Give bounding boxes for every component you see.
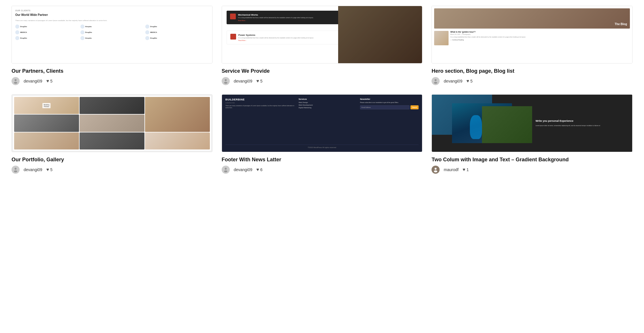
- footer-logo: BUILDERBINE: [225, 98, 296, 101]
- service-1-title: Mechanical Works: [238, 14, 314, 16]
- gallery-item-5: [80, 115, 144, 132]
- footer-services-col: Services Web Design Web Development Digi…: [299, 98, 357, 109]
- blog-article-content: What is the 'golden hour'? March 29, 202…: [450, 31, 526, 45]
- svg-point-8: [225, 168, 227, 170]
- card-service: Mechanical Works It is a long establishe…: [222, 6, 423, 85]
- footer-top-section: BUILDERBINE CONSTRUCTION There are many …: [225, 98, 419, 109]
- blog-article-cat: Photography: [462, 33, 470, 35]
- card-service-title: Service We Provide: [222, 68, 423, 74]
- likes-twocol: ♥ 1: [463, 167, 469, 172]
- thumbnail-portfolio[interactable]: [12, 94, 212, 152]
- heart-icon-twocol: ♥: [463, 167, 466, 172]
- svg-point-4: [435, 79, 437, 81]
- card-partners-title: Our Partners, Clients: [12, 68, 212, 74]
- footer-input-row: Email Address Search: [360, 105, 419, 109]
- author-hero-blog: devangi09: [444, 79, 462, 83]
- card-portfolio: Our Portfolio, Gallery devangi09 ♥ 5: [12, 94, 212, 174]
- avatar-partners: [12, 77, 20, 85]
- avatar-hero-blog: [432, 77, 440, 85]
- svg-point-7: [14, 171, 17, 173]
- partners-desc: There are many variations of passages of…: [15, 19, 209, 22]
- blog-hero-image: [434, 8, 630, 29]
- partner-9: DrugSto: [145, 36, 209, 40]
- avatar-footer: [222, 166, 230, 174]
- author-portfolio: devangi09: [24, 167, 42, 172]
- card-footer-title: Footer With News Latter: [222, 157, 423, 163]
- footer-link-digital: Digital Marketing: [299, 107, 357, 108]
- footer-brand-desc: There are many variations of passages of…: [225, 105, 296, 109]
- partner-1: DrugSto: [15, 25, 79, 29]
- gallery-item-1: [14, 97, 79, 114]
- likes-hero-blog: ♥ 5: [466, 78, 472, 84]
- likes-footer: ♥ 6: [256, 167, 262, 172]
- cards-grid: OUR CLIENTS Our World Wide Partner There…: [12, 6, 632, 174]
- svg-point-0: [15, 79, 17, 81]
- footer-newsletter-title: Newsletter: [360, 98, 419, 100]
- footer-preview: BUILDERBINE CONSTRUCTION There are many …: [222, 95, 422, 152]
- avatar-portfolio: [12, 166, 20, 174]
- card-footer: BUILDERBINE CONSTRUCTION There are many …: [222, 94, 423, 174]
- thumbnail-twocol[interactable]: Write you personal Experience Lorem ipsu…: [432, 94, 632, 152]
- card-hero-blog-meta: devangi09 ♥ 5: [432, 77, 632, 85]
- twocol-preview: Write you personal Experience Lorem ipsu…: [432, 95, 632, 152]
- service-2-readmore: Read More ›: [238, 40, 314, 41]
- card-hero-blog: What is the 'golden hour'? March 29, 202…: [432, 6, 632, 85]
- partners-section-title: Our World Wide Partner: [15, 13, 209, 16]
- footer-newsletter-col: Newsletter Please subscribe to our newsl…: [360, 98, 419, 109]
- thumbnail-footer[interactable]: BUILDERBINE CONSTRUCTION There are many …: [222, 94, 423, 152]
- footer-search-button: Search: [410, 105, 419, 109]
- gallery-item-6: [14, 132, 79, 149]
- footer-link-webdev: Web Development: [299, 104, 357, 106]
- footer-link-webdesign: Web Design: [299, 102, 357, 103]
- thumbnail-partners[interactable]: OUR CLIENTS Our World Wide Partner There…: [12, 6, 212, 63]
- service-1-desc: It is a long established fact that a rea…: [238, 17, 314, 19]
- card-partners: OUR CLIENTS Our World Wide Partner There…: [12, 6, 212, 85]
- partner-5: DrugSto: [80, 30, 144, 34]
- twocol-image-3: [482, 106, 532, 143]
- blog-article: What is the 'golden hour'? March 29, 202…: [434, 31, 630, 45]
- partners-logo-grid: DrugSto Hospita DrugSto MEDICA DrugSto M…: [15, 25, 209, 40]
- service-bg-image: [338, 6, 422, 63]
- card-portfolio-title: Our Portfolio, Gallery: [12, 157, 212, 163]
- heart-icon-service: ♥: [256, 78, 259, 84]
- blog-article-image: [434, 31, 449, 45]
- author-twocol: maurodf: [444, 167, 458, 172]
- partners-section-label: OUR CLIENTS: [15, 10, 209, 12]
- svg-point-3: [224, 82, 227, 84]
- svg-point-10: [435, 168, 437, 170]
- svg-point-6: [15, 168, 17, 170]
- gallery-grid: [13, 96, 211, 151]
- partner-4: MEDICA: [15, 30, 79, 34]
- gallery-item-8: [145, 132, 210, 149]
- card-hero-blog-title: Hero section, Blog page, Blog list: [432, 68, 632, 74]
- footer-logo-sub: CONSTRUCTION: [225, 102, 296, 104]
- partner-3: DrugSto: [145, 25, 209, 29]
- service-2-desc: It is a long established fact that a rea…: [238, 37, 314, 39]
- card-service-meta: devangi09 ♥ 5: [222, 77, 423, 85]
- partner-2: Hospita: [80, 25, 144, 29]
- like-count-footer: 6: [260, 167, 263, 172]
- twocol-heading: Write you personal Experience: [536, 119, 629, 123]
- svg-point-11: [434, 171, 437, 173]
- svg-point-2: [225, 79, 227, 81]
- heart-icon-hero-blog: ♥: [466, 78, 469, 84]
- likes-portfolio: ♥ 5: [46, 167, 52, 172]
- like-count-service: 5: [260, 79, 263, 83]
- heart-icon-footer: ♥: [256, 167, 259, 172]
- like-count-hero-blog: 5: [470, 79, 472, 83]
- gallery-item-4: [14, 115, 79, 132]
- card-twocol-title: Two Colum with Image and Text – Gradient…: [432, 157, 632, 163]
- blog-article-title: What is the 'golden hour'?: [450, 31, 526, 33]
- thumbnail-hero-blog[interactable]: What is the 'golden hour'? March 29, 202…: [432, 6, 632, 63]
- author-partners: devangi09: [24, 79, 42, 83]
- footer-newsletter-desc: Please subscribe to our newsletter to ge…: [360, 102, 419, 104]
- twocol-description: Lorem ipsum dolor sit amet, consectetur …: [536, 125, 629, 127]
- partner-6: MEDICA: [145, 30, 209, 34]
- like-count-partners: 5: [50, 79, 52, 83]
- author-service: devangi09: [234, 79, 253, 83]
- like-count-portfolio: 5: [50, 167, 52, 172]
- likes-service: ♥ 5: [256, 78, 262, 84]
- twocol-text: Write you personal Experience Lorem ipsu…: [532, 95, 632, 152]
- thumbnail-service[interactable]: Mechanical Works It is a long establishe…: [222, 6, 423, 63]
- gallery-item-3: [145, 97, 210, 132]
